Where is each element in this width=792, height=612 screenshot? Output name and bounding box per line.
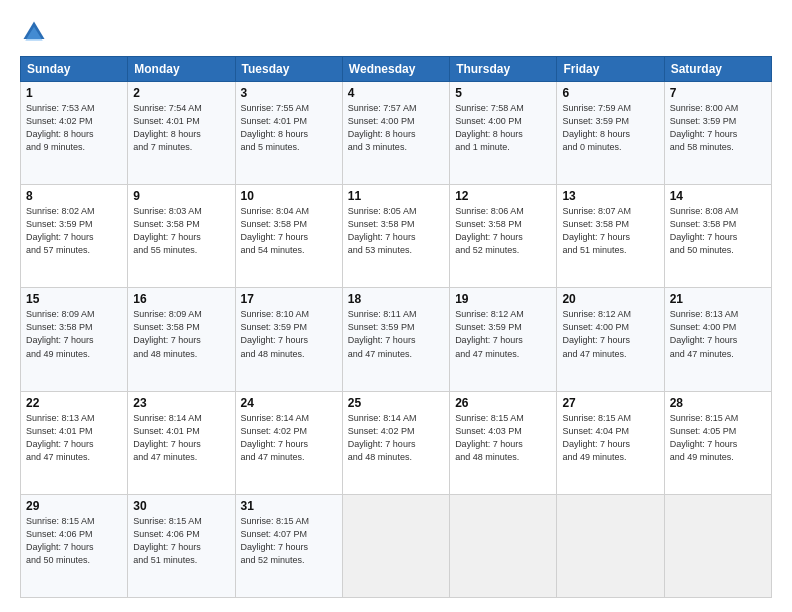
page: SundayMondayTuesdayWednesdayThursdayFrid…: [0, 0, 792, 612]
day-number: 9: [133, 189, 229, 203]
day-number: 4: [348, 86, 444, 100]
day-number: 12: [455, 189, 551, 203]
day-number: 6: [562, 86, 658, 100]
calendar-cell: 7Sunrise: 8:00 AM Sunset: 3:59 PM Daylig…: [664, 82, 771, 185]
day-info: Sunrise: 7:55 AM Sunset: 4:01 PM Dayligh…: [241, 102, 337, 154]
calendar-table: SundayMondayTuesdayWednesdayThursdayFrid…: [20, 56, 772, 598]
day-info: Sunrise: 8:13 AM Sunset: 4:00 PM Dayligh…: [670, 308, 766, 360]
weekday-header-saturday: Saturday: [664, 57, 771, 82]
calendar-cell: 12Sunrise: 8:06 AM Sunset: 3:58 PM Dayli…: [450, 185, 557, 288]
day-number: 29: [26, 499, 122, 513]
day-info: Sunrise: 8:09 AM Sunset: 3:58 PM Dayligh…: [133, 308, 229, 360]
day-number: 31: [241, 499, 337, 513]
calendar-cell: 23Sunrise: 8:14 AM Sunset: 4:01 PM Dayli…: [128, 391, 235, 494]
day-number: 18: [348, 292, 444, 306]
calendar-cell: 27Sunrise: 8:15 AM Sunset: 4:04 PM Dayli…: [557, 391, 664, 494]
weekday-header-sunday: Sunday: [21, 57, 128, 82]
day-info: Sunrise: 8:13 AM Sunset: 4:01 PM Dayligh…: [26, 412, 122, 464]
day-number: 5: [455, 86, 551, 100]
calendar-cell: 26Sunrise: 8:15 AM Sunset: 4:03 PM Dayli…: [450, 391, 557, 494]
day-info: Sunrise: 7:58 AM Sunset: 4:00 PM Dayligh…: [455, 102, 551, 154]
week-row-2: 8Sunrise: 8:02 AM Sunset: 3:59 PM Daylig…: [21, 185, 772, 288]
day-number: 10: [241, 189, 337, 203]
logo: [20, 18, 52, 46]
day-number: 15: [26, 292, 122, 306]
calendar-cell: [557, 494, 664, 597]
calendar-cell: 28Sunrise: 8:15 AM Sunset: 4:05 PM Dayli…: [664, 391, 771, 494]
calendar-cell: 19Sunrise: 8:12 AM Sunset: 3:59 PM Dayli…: [450, 288, 557, 391]
calendar-cell: 11Sunrise: 8:05 AM Sunset: 3:58 PM Dayli…: [342, 185, 449, 288]
calendar-cell: 17Sunrise: 8:10 AM Sunset: 3:59 PM Dayli…: [235, 288, 342, 391]
day-info: Sunrise: 8:12 AM Sunset: 4:00 PM Dayligh…: [562, 308, 658, 360]
calendar-cell: 18Sunrise: 8:11 AM Sunset: 3:59 PM Dayli…: [342, 288, 449, 391]
calendar-cell: 31Sunrise: 8:15 AM Sunset: 4:07 PM Dayli…: [235, 494, 342, 597]
day-info: Sunrise: 7:57 AM Sunset: 4:00 PM Dayligh…: [348, 102, 444, 154]
day-number: 1: [26, 86, 122, 100]
day-info: Sunrise: 8:15 AM Sunset: 4:05 PM Dayligh…: [670, 412, 766, 464]
day-info: Sunrise: 8:04 AM Sunset: 3:58 PM Dayligh…: [241, 205, 337, 257]
logo-icon: [20, 18, 48, 46]
weekday-header-row: SundayMondayTuesdayWednesdayThursdayFrid…: [21, 57, 772, 82]
day-info: Sunrise: 8:15 AM Sunset: 4:04 PM Dayligh…: [562, 412, 658, 464]
day-info: Sunrise: 8:02 AM Sunset: 3:59 PM Dayligh…: [26, 205, 122, 257]
day-number: 3: [241, 86, 337, 100]
day-number: 17: [241, 292, 337, 306]
day-number: 26: [455, 396, 551, 410]
day-number: 7: [670, 86, 766, 100]
calendar-cell: 2Sunrise: 7:54 AM Sunset: 4:01 PM Daylig…: [128, 82, 235, 185]
week-row-3: 15Sunrise: 8:09 AM Sunset: 3:58 PM Dayli…: [21, 288, 772, 391]
day-info: Sunrise: 8:09 AM Sunset: 3:58 PM Dayligh…: [26, 308, 122, 360]
calendar-cell: 16Sunrise: 8:09 AM Sunset: 3:58 PM Dayli…: [128, 288, 235, 391]
header: [20, 18, 772, 46]
day-number: 2: [133, 86, 229, 100]
day-info: Sunrise: 8:14 AM Sunset: 4:02 PM Dayligh…: [241, 412, 337, 464]
day-number: 28: [670, 396, 766, 410]
day-number: 21: [670, 292, 766, 306]
day-number: 11: [348, 189, 444, 203]
weekday-header-monday: Monday: [128, 57, 235, 82]
day-info: Sunrise: 8:15 AM Sunset: 4:07 PM Dayligh…: [241, 515, 337, 567]
day-info: Sunrise: 8:00 AM Sunset: 3:59 PM Dayligh…: [670, 102, 766, 154]
day-info: Sunrise: 8:15 AM Sunset: 4:06 PM Dayligh…: [133, 515, 229, 567]
day-number: 16: [133, 292, 229, 306]
calendar-cell: 10Sunrise: 8:04 AM Sunset: 3:58 PM Dayli…: [235, 185, 342, 288]
day-info: Sunrise: 8:05 AM Sunset: 3:58 PM Dayligh…: [348, 205, 444, 257]
calendar-cell: 30Sunrise: 8:15 AM Sunset: 4:06 PM Dayli…: [128, 494, 235, 597]
day-info: Sunrise: 8:03 AM Sunset: 3:58 PM Dayligh…: [133, 205, 229, 257]
calendar-cell: 20Sunrise: 8:12 AM Sunset: 4:00 PM Dayli…: [557, 288, 664, 391]
day-info: Sunrise: 8:14 AM Sunset: 4:01 PM Dayligh…: [133, 412, 229, 464]
calendar-cell: 22Sunrise: 8:13 AM Sunset: 4:01 PM Dayli…: [21, 391, 128, 494]
weekday-header-wednesday: Wednesday: [342, 57, 449, 82]
calendar-cell: 29Sunrise: 8:15 AM Sunset: 4:06 PM Dayli…: [21, 494, 128, 597]
day-info: Sunrise: 8:10 AM Sunset: 3:59 PM Dayligh…: [241, 308, 337, 360]
calendar-cell: 21Sunrise: 8:13 AM Sunset: 4:00 PM Dayli…: [664, 288, 771, 391]
calendar-cell: 1Sunrise: 7:53 AM Sunset: 4:02 PM Daylig…: [21, 82, 128, 185]
day-number: 22: [26, 396, 122, 410]
day-info: Sunrise: 7:59 AM Sunset: 3:59 PM Dayligh…: [562, 102, 658, 154]
day-number: 8: [26, 189, 122, 203]
calendar-cell: [342, 494, 449, 597]
calendar-cell: 5Sunrise: 7:58 AM Sunset: 4:00 PM Daylig…: [450, 82, 557, 185]
day-number: 13: [562, 189, 658, 203]
day-number: 24: [241, 396, 337, 410]
calendar-cell: 13Sunrise: 8:07 AM Sunset: 3:58 PM Dayli…: [557, 185, 664, 288]
day-number: 30: [133, 499, 229, 513]
day-number: 23: [133, 396, 229, 410]
day-info: Sunrise: 8:14 AM Sunset: 4:02 PM Dayligh…: [348, 412, 444, 464]
calendar-cell: 8Sunrise: 8:02 AM Sunset: 3:59 PM Daylig…: [21, 185, 128, 288]
day-info: Sunrise: 8:15 AM Sunset: 4:03 PM Dayligh…: [455, 412, 551, 464]
day-info: Sunrise: 8:11 AM Sunset: 3:59 PM Dayligh…: [348, 308, 444, 360]
day-info: Sunrise: 8:15 AM Sunset: 4:06 PM Dayligh…: [26, 515, 122, 567]
day-number: 25: [348, 396, 444, 410]
weekday-header-tuesday: Tuesday: [235, 57, 342, 82]
day-info: Sunrise: 8:12 AM Sunset: 3:59 PM Dayligh…: [455, 308, 551, 360]
day-info: Sunrise: 8:06 AM Sunset: 3:58 PM Dayligh…: [455, 205, 551, 257]
weekday-header-thursday: Thursday: [450, 57, 557, 82]
day-number: 27: [562, 396, 658, 410]
day-info: Sunrise: 7:54 AM Sunset: 4:01 PM Dayligh…: [133, 102, 229, 154]
calendar-cell: 4Sunrise: 7:57 AM Sunset: 4:00 PM Daylig…: [342, 82, 449, 185]
day-number: 14: [670, 189, 766, 203]
day-info: Sunrise: 8:08 AM Sunset: 3:58 PM Dayligh…: [670, 205, 766, 257]
day-info: Sunrise: 7:53 AM Sunset: 4:02 PM Dayligh…: [26, 102, 122, 154]
week-row-4: 22Sunrise: 8:13 AM Sunset: 4:01 PM Dayli…: [21, 391, 772, 494]
